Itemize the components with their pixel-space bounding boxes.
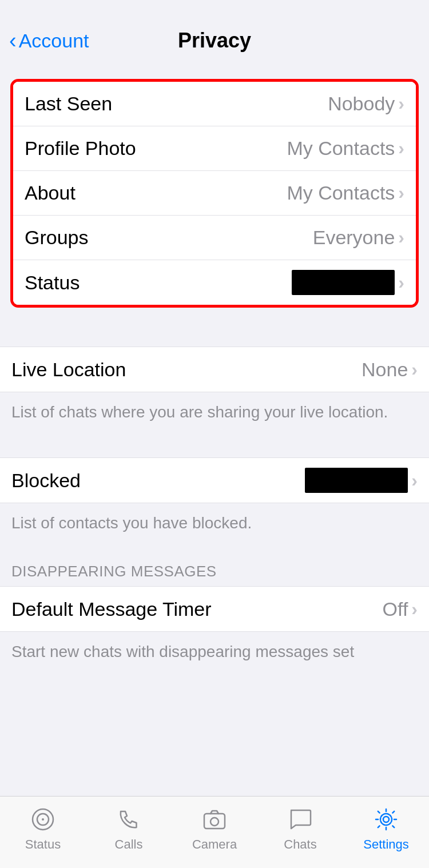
last-seen-row[interactable]: Last Seen Nobody › (13, 82, 416, 126)
blocked-description: List of contacts you have blocked. (0, 503, 429, 547)
last-seen-right: Nobody › (328, 93, 404, 115)
last-seen-value: Nobody (328, 93, 395, 115)
last-seen-chevron-icon: › (398, 93, 404, 114)
tab-camera-label: Camera (192, 837, 237, 852)
blocked-right: › (305, 468, 418, 493)
gap-1 (0, 325, 429, 347)
status-row[interactable]: Status › (13, 260, 416, 305)
profile-photo-chevron-icon: › (398, 138, 404, 159)
tab-status[interactable]: Status (0, 805, 86, 852)
page-title: Privacy (178, 29, 251, 53)
live-location-chevron-icon: › (411, 359, 418, 380)
disappearing-messages-header: DISAPPEARING MESSAGES (0, 547, 429, 586)
calls-icon (114, 805, 144, 834)
svg-point-4 (210, 818, 219, 826)
profile-photo-value: My Contacts (287, 137, 395, 160)
status-right: › (292, 270, 404, 295)
blocked-label: Blocked (11, 469, 81, 492)
live-location-right: None › (362, 359, 418, 381)
status-chevron-icon: › (398, 272, 404, 293)
default-message-timer-chevron-icon: › (411, 599, 418, 620)
svg-point-5 (383, 817, 389, 822)
default-message-timer-value: Off (383, 598, 408, 620)
profile-photo-right: My Contacts › (287, 137, 404, 160)
status-icon (28, 805, 58, 834)
tab-calls-label: Calls (115, 837, 143, 852)
default-message-timer-right: Off › (383, 598, 418, 620)
last-seen-label: Last Seen (25, 93, 112, 115)
about-label: About (25, 182, 76, 204)
status-redacted (292, 270, 395, 295)
about-row[interactable]: About My Contacts › (13, 171, 416, 216)
tab-chats[interactable]: Chats (257, 805, 343, 852)
tab-bar: Status Calls Camera Chats (0, 796, 429, 868)
profile-photo-row[interactable]: Profile Photo My Contacts › (13, 126, 416, 171)
chats-icon (285, 805, 315, 834)
tab-status-label: Status (25, 837, 61, 852)
disappearing-messages-description: Start new chats with disappearing messag… (0, 632, 429, 675)
tab-chats-label: Chats (284, 837, 316, 852)
svg-point-6 (380, 814, 392, 825)
header: ‹ Account Privacy (0, 0, 429, 62)
groups-row[interactable]: Groups Everyone › (13, 216, 416, 260)
about-chevron-icon: › (398, 182, 404, 204)
back-chevron-icon: ‹ (9, 30, 17, 51)
groups-label: Groups (25, 226, 89, 249)
svg-point-2 (42, 818, 44, 821)
groups-value: Everyone (313, 226, 395, 249)
live-location-section: Live Location None › (0, 347, 429, 392)
camera-icon (200, 805, 229, 834)
privacy-settings-group: Last Seen Nobody › Profile Photo My Cont… (13, 82, 416, 305)
about-right: My Contacts › (287, 182, 404, 204)
tab-settings-label: Settings (363, 837, 409, 852)
disappearing-messages-section: Default Message Timer Off › (0, 586, 429, 632)
live-location-value: None (362, 359, 408, 381)
profile-photo-label: Profile Photo (25, 137, 136, 160)
live-location-row[interactable]: Live Location None › (0, 347, 429, 392)
default-message-timer-row[interactable]: Default Message Timer Off › (0, 587, 429, 631)
settings-icon (371, 805, 401, 834)
about-value: My Contacts (287, 182, 395, 204)
back-label: Account (19, 30, 89, 52)
live-location-description: List of chats where you are sharing your… (0, 392, 429, 436)
tab-calls[interactable]: Calls (86, 805, 172, 852)
privacy-section: Last Seen Nobody › Profile Photo My Cont… (10, 79, 419, 308)
blocked-redacted (305, 468, 408, 493)
blocked-section: Blocked › (0, 457, 429, 503)
gap-2 (0, 436, 429, 457)
groups-right: Everyone › (313, 226, 404, 249)
back-button[interactable]: ‹ Account (9, 30, 89, 52)
tab-settings[interactable]: Settings (343, 805, 429, 852)
default-message-timer-label: Default Message Timer (11, 598, 212, 620)
blocked-row[interactable]: Blocked › (0, 458, 429, 503)
live-location-label: Live Location (11, 359, 126, 381)
tab-camera[interactable]: Camera (172, 805, 257, 852)
status-privacy-label: Status (25, 272, 80, 294)
blocked-chevron-icon: › (411, 470, 418, 491)
groups-chevron-icon: › (398, 227, 404, 248)
